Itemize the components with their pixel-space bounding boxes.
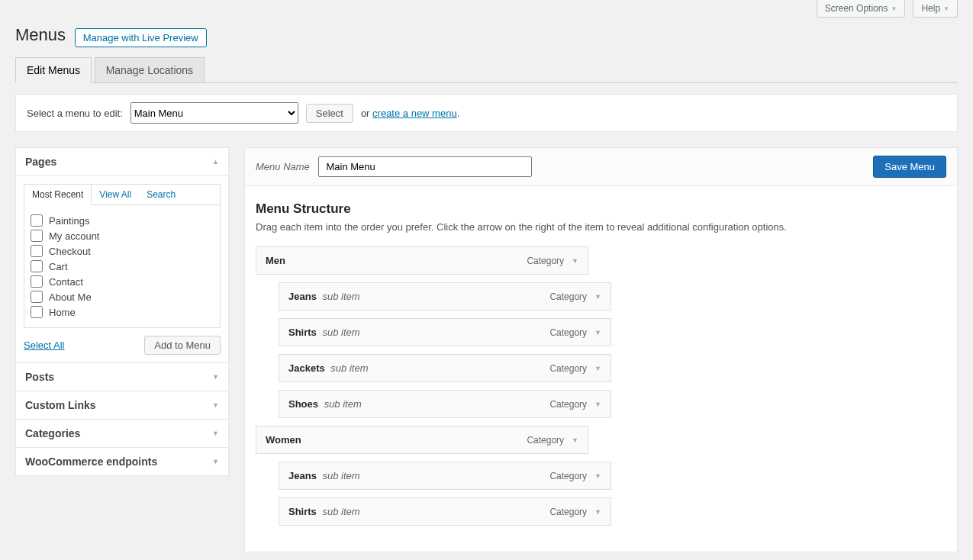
- tab-edit-menus[interactable]: Edit Menus: [15, 57, 92, 83]
- chevron-down-icon: ▼: [212, 373, 219, 381]
- menu-item-title: Jeans: [288, 470, 317, 481]
- menu-select[interactable]: Main Menu: [130, 102, 298, 124]
- expand-icon[interactable]: ▼: [594, 508, 601, 516]
- main-panel: Menu Name Save Menu Menu Structure Drag …: [244, 147, 958, 552]
- tab-manage-locations[interactable]: Manage Locations: [95, 57, 205, 82]
- screen-options-button[interactable]: Screen Options ▼: [817, 0, 906, 18]
- menu-item[interactable]: Jeans sub itemCategory▼: [279, 282, 611, 311]
- metabox-pages: Pages ▲ Most Recent View All Search Pain…: [15, 147, 229, 363]
- expand-icon[interactable]: ▼: [594, 329, 601, 336]
- sub-item-label: sub item: [328, 362, 369, 374]
- pages-checklist: Paintings My account Checkout Cart Conta…: [24, 205, 220, 327]
- expand-icon[interactable]: ▼: [572, 257, 578, 265]
- screen-options-label: Screen Options: [825, 3, 888, 14]
- metabox-pages-toggle[interactable]: Pages ▲: [16, 148, 228, 175]
- menu-item[interactable]: WomenCategory▼: [256, 426, 588, 454]
- menu-structure-title: Menu Structure: [256, 201, 946, 217]
- menu-item[interactable]: Shirts sub itemCategory▼: [279, 318, 611, 346]
- tab-view-all[interactable]: View All: [92, 185, 139, 204]
- chevron-down-icon: ▼: [212, 458, 219, 465]
- metabox-pages-title: Pages: [25, 156, 56, 168]
- help-label: Help: [921, 3, 940, 14]
- metabox-custom-links-toggle[interactable]: Custom Links ▼: [16, 391, 228, 419]
- chevron-down-icon: ▼: [891, 5, 897, 12]
- metabox-categories: Categories ▼: [15, 420, 229, 448]
- menu-items-list: MenCategory▼Jeans sub itemCategory▼Shirt…: [256, 246, 946, 526]
- checkbox[interactable]: [31, 230, 43, 242]
- chevron-down-icon: ▼: [212, 401, 219, 409]
- or-text: or create a new menu.: [361, 108, 459, 119]
- tab-most-recent[interactable]: Most Recent: [24, 184, 92, 205]
- menu-selector-label: Select a menu to edit:: [27, 108, 123, 119]
- menu-item-type: Category: [549, 471, 587, 481]
- sub-item-label: sub item: [320, 470, 360, 481]
- menu-item-type: Category: [549, 507, 587, 517]
- checkbox[interactable]: [31, 275, 43, 288]
- menu-item-type: Category: [527, 256, 564, 266]
- expand-icon[interactable]: ▼: [594, 472, 601, 480]
- metabox-woocommerce-toggle[interactable]: WooCommerce endpoints ▼: [16, 448, 228, 475]
- menu-item-title: Jeans: [288, 291, 317, 302]
- menu-item[interactable]: Shirts sub itemCategory▼: [279, 497, 611, 526]
- select-button[interactable]: Select: [306, 104, 353, 123]
- chevron-up-icon: ▲: [212, 158, 219, 166]
- metabox-posts-toggle[interactable]: Posts ▼: [16, 363, 228, 391]
- checkbox[interactable]: [31, 306, 43, 318]
- page-checkbox-item[interactable]: About Me: [31, 289, 214, 304]
- page-checkbox-item[interactable]: Checkout: [31, 243, 214, 259]
- menu-item-title: Shoes: [288, 398, 318, 410]
- menu-name-input[interactable]: [318, 156, 532, 177]
- sidebar: Pages ▲ Most Recent View All Search Pain…: [15, 147, 229, 476]
- metabox-posts: Posts ▼: [15, 363, 229, 391]
- sub-item-label: sub item: [320, 291, 360, 302]
- menu-item-type: Category: [549, 327, 587, 338]
- page-checkbox-item[interactable]: Cart: [31, 259, 214, 274]
- menu-name-label: Menu Name: [256, 161, 310, 172]
- menu-item-title: Men: [266, 255, 285, 266]
- tab-search[interactable]: Search: [139, 185, 183, 204]
- menu-item[interactable]: Shoes sub itemCategory▼: [279, 390, 611, 418]
- help-button[interactable]: Help ▼: [913, 0, 958, 18]
- menu-item[interactable]: Jackets sub itemCategory▼: [279, 354, 611, 382]
- menu-item-type: Category: [549, 399, 587, 410]
- sub-item-label: sub item: [320, 506, 360, 517]
- page-checkbox-item[interactable]: Contact: [31, 274, 214, 289]
- menu-item-title: Jackets: [288, 362, 325, 374]
- menu-item-type: Category: [527, 435, 564, 446]
- checkbox[interactable]: [31, 260, 43, 272]
- save-menu-button[interactable]: Save Menu: [873, 156, 946, 178]
- sub-item-label: sub item: [320, 327, 360, 338]
- chevron-down-icon: ▼: [212, 430, 219, 437]
- menu-item[interactable]: MenCategory▼: [256, 246, 588, 275]
- create-new-menu-link[interactable]: create a new menu: [372, 108, 457, 119]
- expand-icon[interactable]: ▼: [594, 401, 601, 408]
- menu-item-title: Women: [266, 434, 301, 446]
- menu-selector-panel: Select a menu to edit: Main Menu Select …: [15, 94, 958, 132]
- metabox-woocommerce: WooCommerce endpoints ▼: [15, 448, 229, 476]
- checkbox[interactable]: [31, 214, 43, 227]
- menu-item-type: Category: [549, 363, 587, 374]
- sub-item-label: sub item: [321, 398, 362, 410]
- chevron-down-icon: ▼: [943, 5, 949, 12]
- nav-tabs: Edit Menus Manage Locations: [15, 57, 958, 83]
- expand-icon[interactable]: ▼: [594, 293, 601, 301]
- menu-item-title: Shirts: [288, 506, 317, 517]
- metabox-custom-links: Custom Links ▼: [15, 391, 229, 420]
- select-all-link[interactable]: Select All: [24, 340, 64, 351]
- menu-item[interactable]: Jeans sub itemCategory▼: [279, 462, 611, 490]
- page-checkbox-item[interactable]: Home: [31, 304, 214, 320]
- menu-structure-desc: Drag each item into the order you prefer…: [256, 221, 946, 233]
- expand-icon[interactable]: ▼: [594, 365, 601, 372]
- expand-icon[interactable]: ▼: [572, 436, 578, 444]
- pages-inner-tabs: Most Recent View All Search Paintings My…: [24, 184, 221, 328]
- metabox-categories-toggle[interactable]: Categories ▼: [16, 420, 228, 447]
- menu-item-title: Shirts: [288, 327, 317, 338]
- live-preview-button[interactable]: Manage with Live Preview: [75, 28, 207, 47]
- menu-item-type: Category: [549, 291, 587, 302]
- page-title: Menus: [15, 25, 66, 45]
- add-to-menu-button[interactable]: Add to Menu: [144, 336, 221, 355]
- page-checkbox-item[interactable]: My account: [31, 228, 214, 243]
- page-checkbox-item[interactable]: Paintings: [31, 213, 214, 228]
- checkbox[interactable]: [31, 291, 43, 303]
- checkbox[interactable]: [31, 245, 43, 257]
